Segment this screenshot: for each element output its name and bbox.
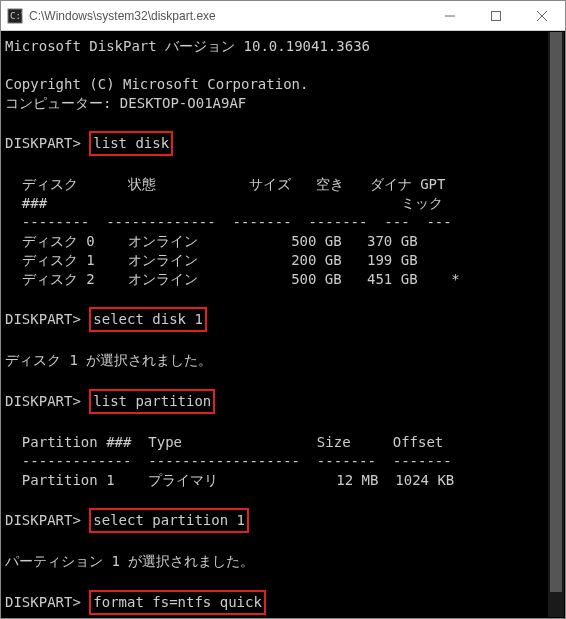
cmd-select-disk: select disk 1 — [89, 307, 207, 332]
prompt: DISKPART> — [5, 393, 81, 409]
prompt: DISKPART> — [5, 135, 81, 151]
title-bar: C:\ C:\Windows\system32\diskpart.exe — [1, 1, 565, 31]
title-text: C:\Windows\system32\diskpart.exe — [29, 9, 427, 23]
app-icon: C:\ — [7, 8, 23, 24]
prompt: DISKPART> — [5, 512, 81, 528]
part-header: Partition ### Type Size Offset — [5, 434, 443, 450]
prompt: DISKPART> — [5, 594, 81, 610]
minimize-button[interactable] — [427, 1, 473, 30]
scrollbar[interactable] — [548, 32, 564, 617]
cmd-list-disk: list disk — [89, 131, 173, 156]
svg-rect-3 — [492, 11, 501, 20]
console-window: C:\ C:\Windows\system32\diskpart.exe Mic… — [0, 0, 566, 619]
window-controls — [427, 1, 565, 30]
text-line: Microsoft DiskPart バージョン 10.0.19041.3636 — [5, 38, 370, 54]
disk-header: ディスク 状態 サイズ 空き ダイナ GPT — [5, 176, 445, 192]
text-line: パーティション 1 が選択されました。 — [5, 553, 254, 569]
cmd-list-partition: list partition — [89, 389, 215, 414]
prompt: DISKPART> — [5, 311, 81, 327]
terminal-output[interactable]: Microsoft DiskPart バージョン 10.0.19041.3636… — [1, 31, 565, 618]
text-line: Copyright (C) Microsoft Corporation. — [5, 76, 308, 92]
table-row: ディスク 0 オンライン 500 GB 370 GB — [5, 233, 418, 249]
svg-text:C:\: C:\ — [10, 11, 23, 21]
maximize-button[interactable] — [473, 1, 519, 30]
disk-rule: -------- ------------- ------- ------- -… — [5, 214, 452, 230]
table-row: Partition 1 プライマリ 12 MB 1024 KB — [5, 472, 454, 488]
part-rule: ------------- ------------------ -------… — [5, 453, 452, 469]
text-line: コンピューター: DESKTOP-O01A9AF — [5, 95, 246, 111]
text-line: ディスク 1 が選択されました。 — [5, 352, 212, 368]
cmd-select-partition: select partition 1 — [89, 508, 249, 533]
cmd-format: format fs=ntfs quick — [89, 590, 266, 615]
close-button[interactable] — [519, 1, 565, 30]
scrollbar-thumb[interactable] — [550, 32, 562, 592]
table-row: ディスク 2 オンライン 500 GB 451 GB * — [5, 271, 460, 287]
table-row: ディスク 1 オンライン 200 GB 199 GB — [5, 252, 418, 268]
disk-header2: ### ミック — [5, 195, 443, 211]
